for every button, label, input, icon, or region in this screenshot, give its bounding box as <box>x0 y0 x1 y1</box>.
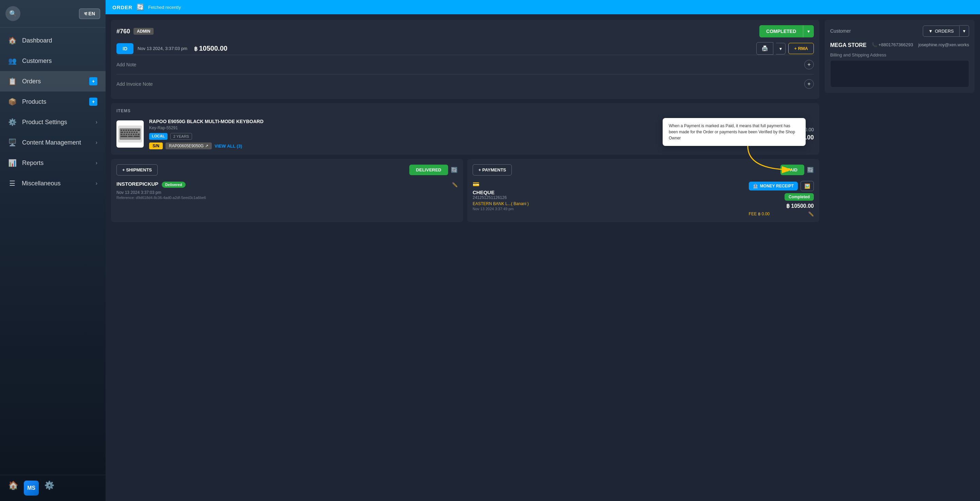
sidebar-item-label: Products <box>22 98 84 105</box>
svg-rect-15 <box>134 132 135 133</box>
products-add-badge[interactable]: + <box>89 98 97 106</box>
rma-button[interactable]: + RMA <box>788 43 814 54</box>
sidebar-item-label: Customers <box>22 57 97 65</box>
svg-rect-16 <box>136 132 138 133</box>
payment-row: 💳 CHEQUE 241251251126126 EASTERN BANK L.… <box>473 181 814 217</box>
topbar-title: ORDER <box>112 5 132 10</box>
money-receipt-button[interactable]: 🏦 MONEY RECEIPT <box>749 182 798 190</box>
tooltip-arrow-svg <box>745 143 799 176</box>
payment-amount: ฿ 10500.00 <box>786 203 814 209</box>
order-header-card: #760 ADMIN COMPLETED ▾ ID Nov 13 2024, 3… <box>111 20 819 99</box>
status-dropdown-button[interactable]: ▾ <box>803 25 814 37</box>
svg-rect-8 <box>135 130 137 131</box>
payment-edit-icon[interactable]: ✏️ <box>808 211 814 217</box>
payment-completed-badge: Completed <box>784 193 814 201</box>
sidebar-item-orders[interactable]: 📋 Orders + <box>0 71 105 92</box>
payment-tooltip-container: When a Payment is marked as Paid, it mea… <box>663 118 819 146</box>
refresh-icon[interactable]: 🔄 <box>137 3 144 11</box>
add-note-button[interactable]: + <box>804 60 814 70</box>
image-icon-button[interactable]: 🖼️ <box>800 181 814 191</box>
svg-rect-6 <box>130 130 132 131</box>
shipments-card: + SHIPMENTS DELIVERED 🔄 INSTOREPICKUP De… <box>111 159 463 222</box>
shipment-item: INSTOREPICKUP Delivered ✏️ Nov 13 2024 3… <box>116 181 458 200</box>
orders-button[interactable]: ▼ ORDERS <box>923 25 960 37</box>
shipment-edit-icon[interactable]: ✏️ <box>452 182 458 187</box>
svg-rect-13 <box>129 132 130 133</box>
phone-icon: 📞 <box>872 42 878 47</box>
svg-rect-26 <box>128 136 133 137</box>
keyboard-image-svg <box>118 125 142 143</box>
years-tag: 2 YEARS <box>170 133 192 140</box>
svg-rect-18 <box>123 134 125 135</box>
order-amount: ฿ 10500.00 <box>194 44 228 52</box>
sidebar-item-customers[interactable]: 👥 Customers <box>0 51 105 71</box>
svg-rect-14 <box>131 132 133 133</box>
payment-bank[interactable]: EASTERN BANK L...( Banani ) <box>473 201 529 206</box>
product-image <box>116 120 144 147</box>
product-code-badge[interactable]: RAP00605E9050G ↗ <box>165 143 212 149</box>
svg-rect-20 <box>128 134 130 135</box>
customer-card: Customer ▼ ORDERS ▾ MEGA STORE <box>825 20 975 93</box>
id-button[interactable]: ID <box>116 43 134 54</box>
svg-rect-24 <box>138 134 140 135</box>
shipments-refresh-button[interactable]: 🔄 <box>451 166 458 173</box>
order-amount-value: 10500.00 <box>199 44 227 52</box>
payments-refresh-button[interactable]: 🔄 <box>807 166 814 173</box>
sidebar-item-reports[interactable]: 📊 Reports › <box>0 153 105 173</box>
bottom-row: When a Payment is marked as Paid, it mea… <box>111 159 819 222</box>
add-shipment-button[interactable]: + SHIPMENTS <box>116 164 158 176</box>
user-avatar[interactable]: MS <box>24 480 39 496</box>
topbar: ORDER 🔄 Fetched recently <box>105 0 980 14</box>
external-link-icon: ↗ <box>205 144 208 148</box>
shipments-header: + SHIPMENTS DELIVERED 🔄 <box>116 164 458 176</box>
orders-add-badge[interactable]: + <box>89 77 97 86</box>
shipment-reference: Reference: d9d618d4-8c36-4ad0-a2df-5eed3… <box>116 195 458 200</box>
payment-fee: FEE ฿ 0.00 <box>749 212 770 216</box>
orders-icon: 📋 <box>8 77 17 86</box>
sn-badge[interactable]: S/N <box>149 143 163 149</box>
bank-icon: 🏦 <box>753 184 758 189</box>
svg-rect-4 <box>125 130 127 131</box>
search-button[interactable]: 🔍 <box>5 6 21 21</box>
sidebar-item-miscellaneous[interactable]: ☰ Miscellaneous › <box>0 173 105 193</box>
payment-reference: 241251251126126 <box>473 195 529 200</box>
order-id-section: #760 ADMIN <box>116 28 154 35</box>
miscellaneous-icon: ☰ <box>8 179 16 187</box>
shipment-name-row: INSTOREPICKUP Delivered <box>116 181 186 188</box>
svg-rect-3 <box>123 130 125 131</box>
dashboard-icon: 🏠 <box>8 36 17 44</box>
reports-icon: 📊 <box>8 159 17 167</box>
payment-right: 🏦 MONEY RECEIPT 🖼️ Completed ฿ 10500.00 … <box>749 181 814 217</box>
sidebar-item-products[interactable]: 📦 Products + <box>0 92 105 112</box>
sidebar-item-content-management[interactable]: 🖥️ Content Management › <box>0 132 105 153</box>
payment-date: Nov 13 2024 3:37:49 pm <box>473 207 529 211</box>
svg-rect-11 <box>124 132 126 133</box>
print-button[interactable]: 🖨️ <box>756 42 773 55</box>
svg-rect-2 <box>121 130 122 131</box>
shipment-row-header: INSTOREPICKUP Delivered ✏️ <box>116 181 458 188</box>
delivered-status-button[interactable]: DELIVERED <box>409 165 448 175</box>
filter-icon: ▼ <box>929 29 933 34</box>
add-payment-button[interactable]: + PAYMENTS <box>473 164 512 176</box>
sidebar-item-dashboard[interactable]: 🏠 Dashboard <box>0 30 105 51</box>
svg-rect-12 <box>126 132 128 133</box>
sidebar-item-label: Orders <box>22 78 84 85</box>
view-all-button[interactable]: VIEW ALL (3) <box>215 144 242 149</box>
print-dropdown-button[interactable]: ▾ <box>776 43 786 54</box>
home-footer-icon[interactable]: 🏠 <box>8 480 18 496</box>
add-note-label: Add Note <box>116 62 136 67</box>
right-panel: Customer ▼ ORDERS ▾ MEGA STORE <box>825 20 975 496</box>
add-invoice-note-button[interactable]: + <box>804 79 814 89</box>
sidebar-item-product-settings[interactable]: ⚙️ Product Settings › <box>0 112 105 132</box>
language-selector[interactable]: বা EN <box>79 8 100 19</box>
products-icon: 📦 <box>8 98 17 106</box>
status-completed-button[interactable]: COMPLETED <box>759 25 803 37</box>
shipments-header-right: DELIVERED 🔄 <box>409 165 458 175</box>
items-section-title: ITEMS <box>116 108 814 113</box>
settings-footer-icon[interactable]: ⚙️ <box>44 480 54 496</box>
orders-dropdown-button[interactable]: ▾ <box>959 25 969 37</box>
payment-fee-row: FEE ฿ 0.00 ✏️ <box>749 211 814 217</box>
customer-email-section: josephine.roy@xen.works <box>918 42 969 47</box>
phone-number: +8801767366293 <box>878 42 913 47</box>
shipment-date: Nov 13 2024 3:37:03 pm <box>116 190 458 195</box>
